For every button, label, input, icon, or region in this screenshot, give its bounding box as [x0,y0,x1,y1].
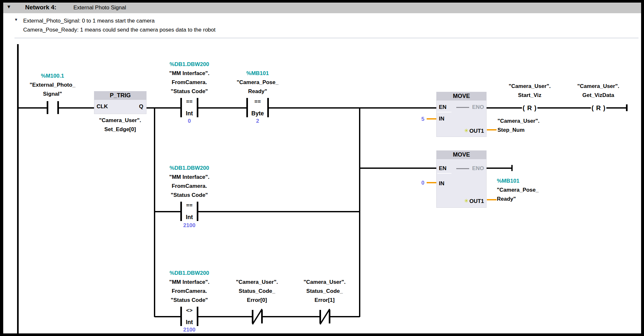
cmp-pose2-label[interactable]: %MB101 "Camera_Pose_ Ready" [225,69,290,96]
cmp-ne2100-name-1: "MM Interface". [157,278,222,287]
move2-pin-en: EN [439,165,447,172]
move1-pin-out1: OUT1 [469,128,484,134]
move1-out-name-2: Step_Num [497,126,568,135]
ptrig-pin-q: Q [139,103,143,110]
power-rail [17,44,19,333]
move1-en-underline [437,112,451,112]
move2-out-name-1: "Camera_Pose_ [497,186,568,195]
wire-move2-en [360,168,437,169]
cmp-eq0-name-2: FromCamera. [157,78,222,87]
cmp-ne2100-name-3: "Status Code" [157,296,222,305]
move2-in-value[interactable]: 0 [413,180,424,186]
move1-pin-en: EN [439,104,447,110]
coil-start-viz-name-2: Start_Viz [497,91,562,100]
ptrig-operand-2: Set_Edge[0] [88,125,152,134]
move2-pin-out1: OUT1 [469,198,484,205]
move1-out-operand[interactable]: "Camera_User". Step_Num [497,117,568,135]
nc-error0-name-1: "Camera_User". [225,278,289,287]
cmp-eq2100-name-3: "Status Code" [157,191,222,200]
network-comment[interactable]: External_Photo_Signal: 0 to 1 means star… [23,16,215,34]
nc-error1-name-1: "Camera_User". [292,278,357,287]
ptrig-operand-label[interactable]: "Camera_User". Set_Edge[0] [88,116,152,134]
nc-error0-name-2: Status_Code_ [225,287,289,296]
nc-error0-name-3: Error[0] [225,296,289,305]
cmp-ne2100-name-2: FromCamera. [157,287,222,296]
coil-get-vizdata-name-2: Get_VizData [566,91,630,100]
coil-start-viz-name-1: "Camera_User". [497,82,562,91]
coil-get-vizdata-name-1: "Camera_User". [566,82,630,91]
cmp-eq2100-value[interactable]: 2100 [157,222,222,229]
reset-coil-get-vizdata[interactable]: ( R ) [591,102,606,114]
cmp-ne2100-dtype: Int [186,319,193,325]
compare-contact-eq2100[interactable]: == Int [180,202,198,221]
cmp-eq2100-label[interactable]: %DB1.DBW200 "MM Interface". FromCamera. … [157,164,222,200]
move2-out-wire [487,199,497,200]
coil-get-vizdata-label[interactable]: "Camera_User". Get_VizData [566,82,630,100]
cmp-pose2-value[interactable]: 2 [225,118,290,124]
contact-photo-address[interactable]: %M100.1 [20,72,85,81]
cmp-eq0-address[interactable]: %DB1.DBW200 [157,60,222,69]
cmp-eq2100-op: == [186,203,193,208]
ptrig-pin-clk: CLK [97,103,108,110]
cmp-eq2100-dtype: Int [186,214,193,220]
coil-start-viz-label[interactable]: "Camera_User". Start_Viz [497,82,562,100]
cmp-eq0-dtype: Int [186,110,193,116]
contact-photo-name-2: Signal" [20,90,85,99]
move2-en-eno-link [456,168,469,169]
compare-contact-eq0[interactable]: == Int [180,98,198,117]
move2-eno-end-stop [511,165,513,171]
cmp-pose2-op: == [254,99,261,104]
cmp-ne2100-value[interactable]: 2100 [157,327,222,333]
move1-block[interactable]: MOVE EN ENO IN ✳ OUT1 [436,92,487,137]
move2-title: MOVE [436,150,487,159]
move2-block[interactable]: MOVE EN ENO IN ✳ OUT1 [436,150,487,208]
network-collapse-icon[interactable]: ▼ [6,4,11,9]
ptrig-block[interactable]: P_TRIG CLK Q [94,91,147,114]
compare-contact-pose-eq2[interactable]: == Byte [246,98,269,117]
reset-coil-start-viz[interactable]: ( R ) [522,102,537,114]
contact-photo-name-1: "External_Photo_ [20,81,85,90]
comment-line-2: Camera_Pose_Ready: 1 means could send th… [23,25,215,34]
comment-line-1: External_Photo_Signal: 0 to 1 means star… [23,16,215,25]
move2-out-address[interactable]: %MB101 [497,177,568,186]
nc-error0-label[interactable]: "Camera_User". Status_Code_ Error[0] [225,278,289,305]
network-subtitle[interactable]: External Photo Signal [73,5,126,11]
cmp-pose2-name-1: "Camera_Pose_ [225,78,290,87]
cmp-pose2-name-2: Ready" [225,87,290,96]
nc-error1-name-3: Error[1] [292,296,357,305]
move1-en-eno-link [456,107,469,108]
cmp-eq2100-name-2: FromCamera. [157,182,222,191]
move1-out-wire [487,129,497,130]
cmp-pose2-address[interactable]: %MB101 [225,69,290,78]
wire-move2-eno [486,168,513,169]
move2-en-underline [437,173,451,174]
rung-end-stop [626,104,628,111]
move1-pin-eno: ENO [472,104,484,110]
cmp-ne2100-label[interactable]: %DB1.DBW200 "MM Interface". FromCamera. … [157,269,222,305]
network-title[interactable]: Network 4: [25,4,56,11]
ptrig-title: P_TRIG [94,91,147,100]
cmp-eq2100-address[interactable]: %DB1.DBW200 [157,164,222,173]
move1-in-wire [427,118,436,120]
move2-out-operand[interactable]: %MB101 "Camera_Pose_ Ready" [497,177,568,204]
no-contact-photo-signal[interactable] [47,101,59,114]
star-icon: ✳ [464,128,469,133]
move2-pin-in: IN [439,180,444,187]
cmp-eq0-value[interactable]: 0 [157,118,222,124]
move1-in-value[interactable]: 5 [413,116,424,122]
nc-error1-label[interactable]: "Camera_User". Status_Code_ Error[1] [292,278,357,305]
nc-contact-error0[interactable] [252,310,263,323]
cmp-eq0-label[interactable]: %DB1.DBW200 "MM Interface". FromCamera. … [157,60,222,96]
comment-collapse-icon[interactable]: ▼ [14,18,18,22]
move1-out-name-1: "Camera_User". [497,117,568,126]
cmp-pose2-dtype: Byte [251,110,264,116]
ptrig-operand-1: "Camera_User". [88,116,152,125]
move2-pin-eno: ENO [472,165,484,172]
compare-contact-ne2100[interactable]: <> Int [180,307,198,326]
move2-out-name-2: Ready" [497,195,568,204]
cmp-ne2100-address[interactable]: %DB1.DBW200 [157,269,222,278]
cmp-eq0-name-1: "MM Interface". [157,69,222,78]
contact-photo-label[interactable]: %M100.1 "External_Photo_ Signal" [20,72,85,99]
nc-contact-error1[interactable] [319,310,330,323]
move2-in-wire [427,182,436,183]
